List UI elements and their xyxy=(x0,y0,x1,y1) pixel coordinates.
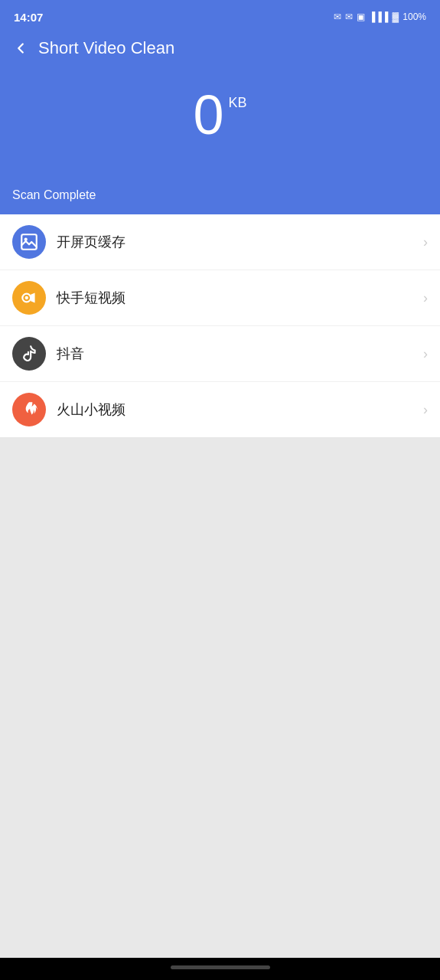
kuaishou-icon-bg xyxy=(12,281,46,315)
list-item-kaipinye[interactable]: 开屏页缓存 › xyxy=(0,214,440,270)
douyin-label: 抖音 xyxy=(57,345,423,363)
huoshan-icon-bg xyxy=(12,393,46,426)
app-list: 开屏页缓存 › 快手短视频 › 抖音 › 火山小视频 xyxy=(0,214,440,437)
mail2-icon: ✉ xyxy=(345,11,353,22)
douyin-icon-bg xyxy=(12,337,46,371)
list-item-douyin[interactable]: 抖音 › xyxy=(0,326,440,382)
svg-point-1 xyxy=(24,238,28,241)
hero-section: 0 KB xyxy=(0,64,440,181)
home-bar xyxy=(171,965,270,969)
signal-icon: ▐▐▐ xyxy=(369,11,389,22)
status-time: 14:07 xyxy=(14,11,43,24)
wifi-icon: ▣ xyxy=(357,11,365,22)
kaipinye-label: 开屏页缓存 xyxy=(57,233,423,251)
huoshan-label: 火山小视频 xyxy=(57,400,423,419)
status-bar: 14:07 ✉ ✉ ▣ ▐▐▐ ▓ 100% xyxy=(0,0,440,31)
kuaishou-label: 快手短视频 xyxy=(57,289,423,307)
size-number: 0 xyxy=(193,87,223,142)
scan-status: Scan Complete xyxy=(0,181,440,214)
size-display: 0 KB xyxy=(193,87,246,142)
header: Short Video Clean xyxy=(0,31,440,64)
chevron-icon: › xyxy=(423,234,428,250)
list-item-kuaishou[interactable]: 快手短视频 › xyxy=(0,270,440,326)
chevron-icon: › xyxy=(423,346,428,362)
status-icons: ✉ ✉ ▣ ▐▐▐ ▓ 100% xyxy=(334,11,426,22)
back-button[interactable] xyxy=(12,40,29,57)
list-item-huoshan[interactable]: 火山小视频 › xyxy=(0,382,440,437)
battery-percent: 100% xyxy=(403,11,426,22)
home-indicator-bar xyxy=(0,958,440,980)
grey-background xyxy=(0,437,440,958)
battery-icon: ▓ xyxy=(393,11,399,22)
page-title: Short Video Clean xyxy=(38,38,174,58)
chevron-icon: › xyxy=(423,290,428,306)
chevron-icon: › xyxy=(423,402,428,418)
mail-icon: ✉ xyxy=(334,11,341,22)
size-unit: KB xyxy=(229,95,247,111)
kaipinye-icon-bg xyxy=(12,225,46,259)
scan-status-text: Scan Complete xyxy=(12,188,96,201)
svg-point-3 xyxy=(25,296,28,299)
